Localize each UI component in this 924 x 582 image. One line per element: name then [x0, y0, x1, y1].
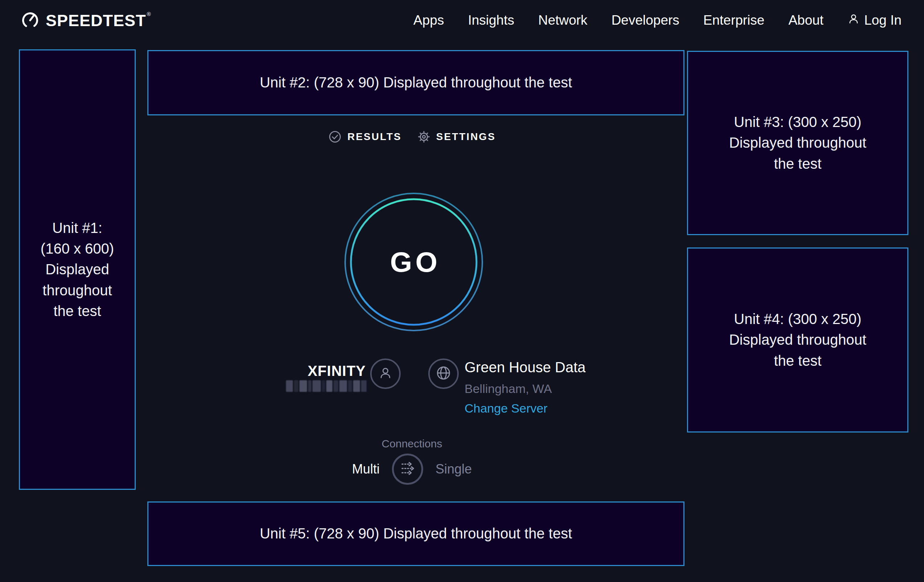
top-nav-bar: SPEEDTEST® Apps Insights Network Develop…	[0, 0, 924, 41]
ad-unit-1-skyscraper[interactable]: Unit #1: (160 x 600) Displayed throughou…	[19, 49, 136, 490]
ad-text-line: Unit #3: (300 x 250)	[734, 112, 861, 132]
ad-text-line: (160 x 600)	[41, 238, 114, 259]
tab-results[interactable]: RESULTS	[328, 130, 402, 144]
connections-toggle-button[interactable]	[392, 453, 423, 485]
speedtest-logo[interactable]: SPEEDTEST®	[20, 10, 151, 30]
nav-item-insights[interactable]: Insights	[468, 13, 514, 28]
ad-text-line: throughout	[43, 280, 112, 301]
speedometer-icon	[20, 10, 40, 30]
ad-text-line: Displayed	[45, 259, 109, 280]
ad-text-line: the test	[774, 351, 821, 371]
brand-name: SPEEDTEST®	[46, 11, 151, 30]
nav-item-apps[interactable]: Apps	[413, 13, 444, 28]
connections-multi-option[interactable]: Multi	[352, 462, 380, 477]
ad-text-line: Displayed throughout	[729, 132, 866, 153]
ad-text-line: the test	[774, 153, 821, 174]
change-server-link[interactable]: Change Server	[465, 401, 548, 415]
multi-connection-arrows-icon	[398, 459, 417, 479]
ad-text-line: the test	[53, 301, 101, 322]
censored-ip-address	[286, 380, 366, 392]
connections-toggle-row: Multi Single	[137, 453, 687, 485]
view-tabs: RESULTS SETTINGS	[137, 130, 687, 144]
gear-icon	[417, 130, 431, 144]
login-label: Log In	[864, 13, 901, 28]
ad-unit-4-rectangle[interactable]: Unit #4: (300 x 250) Displayed throughou…	[687, 247, 908, 432]
tab-settings[interactable]: SETTINGS	[417, 130, 496, 144]
ad-text-line: Unit #4: (300 x 250)	[734, 309, 861, 330]
tab-results-label: RESULTS	[347, 131, 402, 143]
isp-name: XFINITY	[254, 363, 366, 379]
user-icon	[847, 13, 860, 28]
isp-user-button[interactable]	[370, 358, 401, 389]
trademark-mark: ®	[147, 11, 151, 17]
ad-unit-2-leaderboard[interactable]: Unit #2: (728 x 90) Displayed throughout…	[147, 50, 685, 115]
ad-unit-3-rectangle[interactable]: Unit #3: (300 x 250) Displayed throughou…	[687, 51, 908, 235]
server-name: Green House Data	[465, 359, 586, 376]
nav-item-network[interactable]: Network	[538, 13, 587, 28]
tab-settings-label: SETTINGS	[436, 131, 496, 143]
ad-text-line: Displayed throughout	[729, 330, 866, 350]
server-location: Bellingham, WA	[465, 382, 552, 396]
check-circle-icon	[328, 130, 342, 144]
ad-unit-5-leaderboard[interactable]: Unit #5: (728 x 90) Displayed throughout…	[147, 501, 685, 566]
go-button-label: GO	[344, 192, 483, 331]
globe-icon	[435, 364, 452, 383]
main-nav: Apps Insights Network Developers Enterpr…	[389, 13, 901, 28]
nav-item-developers[interactable]: Developers	[612, 13, 680, 28]
ad-text-line: Unit #5: (728 x 90) Displayed throughout…	[260, 523, 573, 544]
ad-text-line: Unit #1:	[52, 218, 102, 238]
server-globe-badge	[428, 358, 459, 389]
ad-text-line: Unit #2: (728 x 90) Displayed throughout…	[260, 72, 573, 93]
connections-label: Connections	[137, 438, 687, 450]
user-icon	[378, 365, 393, 382]
login-button[interactable]: Log In	[847, 13, 901, 28]
go-button[interactable]: GO	[344, 192, 483, 331]
connections-single-option[interactable]: Single	[436, 462, 472, 477]
nav-item-about[interactable]: About	[788, 13, 823, 28]
nav-item-enterprise[interactable]: Enterprise	[703, 13, 765, 28]
